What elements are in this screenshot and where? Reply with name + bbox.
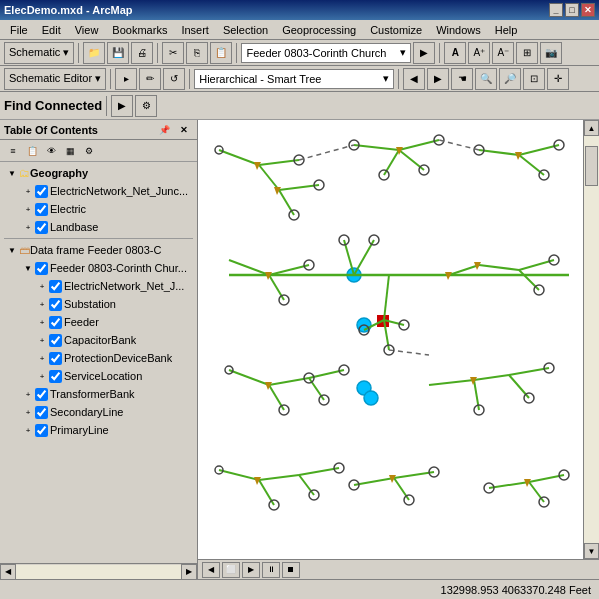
paste-button[interactable]: 📋: [210, 42, 232, 64]
map-nav-play-button[interactable]: ▶: [242, 562, 260, 578]
toc-dataframe-item[interactable]: ▼ 🗃 Data frame Feeder 0803-C: [4, 241, 197, 259]
scroll-up-button[interactable]: ▲: [584, 120, 599, 136]
scroll-track[interactable]: [584, 136, 599, 543]
toc-options[interactable]: ⚙: [80, 142, 98, 160]
window-controls[interactable]: _ □ ✕: [549, 3, 595, 17]
landbase-checkbox[interactable]: [35, 221, 48, 234]
feeder-sub-checkbox[interactable]: [49, 316, 62, 329]
map-nav-prev-button[interactable]: ◀: [202, 562, 220, 578]
expand-landbase[interactable]: +: [22, 221, 34, 233]
toc-secondaryline-item[interactable]: + SecondaryLine: [20, 403, 197, 421]
protectiondevice-checkbox[interactable]: [49, 352, 62, 365]
expand-enet-junc[interactable]: +: [22, 185, 34, 197]
expand-dataframe[interactable]: ▼: [6, 244, 18, 256]
toc-substation-item[interactable]: + Substation: [34, 295, 197, 313]
font-button[interactable]: A: [444, 42, 466, 64]
nav-right-button[interactable]: ▶: [427, 68, 449, 90]
zoom-in-button[interactable]: 🔍: [475, 68, 497, 90]
map-nav-pause-button[interactable]: ⏸: [262, 562, 280, 578]
expand-electric[interactable]: +: [22, 203, 34, 215]
map-nav-stop-button[interactable]: ⏹: [282, 562, 300, 578]
toc-geography-item[interactable]: ▼ 🗂 Geography: [4, 164, 197, 182]
servicelocation-checkbox[interactable]: [49, 370, 62, 383]
enet-junc-sub-checkbox[interactable]: [49, 280, 62, 293]
menu-file[interactable]: File: [4, 23, 34, 37]
expand-enet-sub[interactable]: +: [36, 280, 48, 292]
toc-scroll-track[interactable]: [16, 565, 181, 579]
toc-feeder-item[interactable]: ▼ Feeder 0803-Corinth Chur...: [20, 259, 197, 277]
map-nav-pages-button[interactable]: ⬜: [222, 562, 240, 578]
menu-windows[interactable]: Windows: [430, 23, 487, 37]
expand-geography[interactable]: ▼: [6, 167, 18, 179]
find-connected-run-button[interactable]: ▶: [111, 95, 133, 117]
expand-protectiondevice[interactable]: +: [36, 352, 48, 364]
edit-select-button[interactable]: ▸: [115, 68, 137, 90]
font-increase-button[interactable]: A⁺: [468, 42, 490, 64]
camera-button[interactable]: 📷: [540, 42, 562, 64]
toc-protectiondevice-item[interactable]: + ProtectionDeviceBank: [34, 349, 197, 367]
menu-bookmarks[interactable]: Bookmarks: [106, 23, 173, 37]
edit-pencil-button[interactable]: ✏: [139, 68, 161, 90]
zoom-out-button[interactable]: 🔎: [499, 68, 521, 90]
schematic-dropdown-button[interactable]: Schematic ▾: [4, 42, 74, 64]
maximize-button[interactable]: □: [565, 3, 579, 17]
secondaryline-checkbox[interactable]: [35, 406, 48, 419]
cut-button[interactable]: ✂: [162, 42, 184, 64]
map-area[interactable]: ▲ ▼: [198, 120, 599, 579]
electricnetwork-junc-checkbox[interactable]: [35, 185, 48, 198]
expand-capacitorbank[interactable]: +: [36, 334, 48, 346]
expand-secondaryline[interactable]: +: [22, 406, 34, 418]
menu-help[interactable]: Help: [489, 23, 524, 37]
save-button[interactable]: 💾: [107, 42, 129, 64]
full-extent-button[interactable]: ⊡: [523, 68, 545, 90]
expand-feeder-sub[interactable]: +: [36, 316, 48, 328]
toc-electricnetwork-junc-item[interactable]: + ElectricNetwork_Net_Junc...: [20, 182, 197, 200]
scroll-down-button[interactable]: ▼: [584, 543, 599, 559]
menu-geoprocessing[interactable]: Geoprocessing: [276, 23, 362, 37]
capacitorbank-checkbox[interactable]: [49, 334, 62, 347]
substation-checkbox[interactable]: [49, 298, 62, 311]
toc-servicelocation-item[interactable]: + ServiceLocation: [34, 367, 197, 385]
pan-button[interactable]: ✛: [547, 68, 569, 90]
expand-primaryline[interactable]: +: [22, 424, 34, 436]
menu-customize[interactable]: Customize: [364, 23, 428, 37]
primaryline-checkbox[interactable]: [35, 424, 48, 437]
toc-primaryline-item[interactable]: + PrimaryLine: [20, 421, 197, 439]
toc-list-by-source[interactable]: 📋: [23, 142, 41, 160]
scroll-thumb[interactable]: [585, 146, 598, 186]
map-scrollbar-right[interactable]: ▲ ▼: [583, 120, 599, 559]
find-connected-settings-button[interactable]: ⚙: [135, 95, 157, 117]
feeder-dropdown[interactable]: Feeder 0803-Corinth Church ▾: [241, 43, 411, 63]
toc-transformerbank-item[interactable]: + TransformerBank: [20, 385, 197, 403]
feeder-checkbox[interactable]: [35, 262, 48, 275]
font-decrease-button[interactable]: A⁻: [492, 42, 514, 64]
toc-scroll-right[interactable]: ▶: [181, 564, 197, 580]
hand-tool-button[interactable]: ☚: [451, 68, 473, 90]
menu-insert[interactable]: Insert: [175, 23, 215, 37]
toc-enet-junc-sub-item[interactable]: + ElectricNetwork_Net_J...: [34, 277, 197, 295]
toc-electric-item[interactable]: + Electric: [20, 200, 197, 218]
electric-checkbox[interactable]: [35, 203, 48, 216]
transformerbank-checkbox[interactable]: [35, 388, 48, 401]
toc-list-by-visibility[interactable]: 👁: [42, 142, 60, 160]
print-button[interactable]: 🖨: [131, 42, 153, 64]
go-button[interactable]: ▶: [413, 42, 435, 64]
expand-transformerbank[interactable]: +: [22, 388, 34, 400]
menu-edit[interactable]: Edit: [36, 23, 67, 37]
tree-dropdown[interactable]: Hierarchical - Smart Tree ▾: [194, 69, 394, 89]
toc-scroll-left[interactable]: ◀: [0, 564, 16, 580]
toc-list-by-selection[interactable]: ▦: [61, 142, 79, 160]
expand-substation[interactable]: +: [36, 298, 48, 310]
toc-landbase-item[interactable]: + Landbase: [20, 218, 197, 236]
toc-close-button[interactable]: ✕: [175, 121, 193, 139]
open-button[interactable]: 📁: [83, 42, 105, 64]
toc-list-by-drawing-order[interactable]: ≡: [4, 142, 22, 160]
menu-selection[interactable]: Selection: [217, 23, 274, 37]
close-button[interactable]: ✕: [581, 3, 595, 17]
grid-button[interactable]: ⊞: [516, 42, 538, 64]
expand-servicelocation[interactable]: +: [36, 370, 48, 382]
rotate-button[interactable]: ↺: [163, 68, 185, 90]
toc-capacitorbank-item[interactable]: + CapacitorBank: [34, 331, 197, 349]
menu-view[interactable]: View: [69, 23, 105, 37]
toc-feeder-sub-item[interactable]: + Feeder: [34, 313, 197, 331]
